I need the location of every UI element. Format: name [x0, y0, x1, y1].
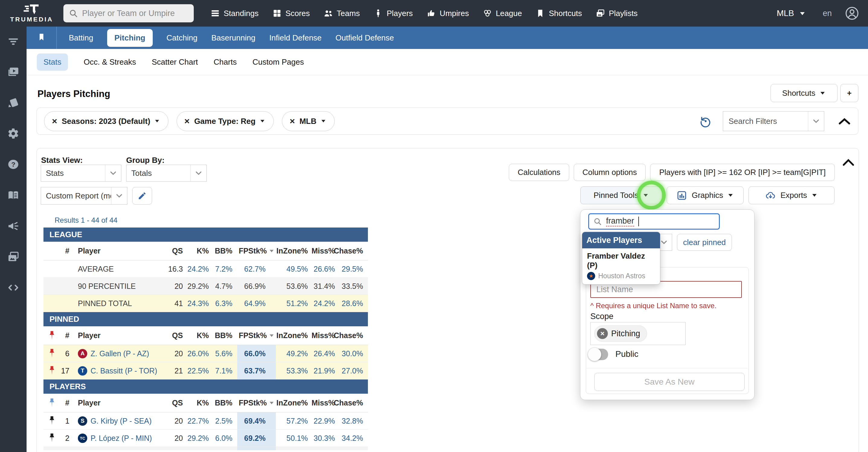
- video-playlist-icon[interactable]: [7, 66, 19, 78]
- stat-cell-k[interactable]: 22.5%: [188, 362, 214, 379]
- save-as-new-button[interactable]: Save As New: [594, 373, 745, 391]
- media-gallery-icon[interactable]: [7, 251, 19, 263]
- scope-chip-pitching[interactable]: × Pitching: [594, 326, 647, 342]
- column-header-bb[interactable]: BB%: [214, 394, 237, 412]
- column-header-chase[interactable]: Chase%: [340, 394, 368, 412]
- column-header-pin[interactable]: [43, 394, 60, 412]
- player-link[interactable]: SG. Kirby (P - SEA): [74, 413, 161, 429]
- topnav-item-umpires[interactable]: Umpires: [427, 9, 469, 18]
- topnav-item-shortcuts[interactable]: Shortcuts: [536, 9, 582, 18]
- row-filter-expression-button[interactable]: Players with [IP] >= 162 OR [IP] >= team…: [650, 164, 835, 181]
- column-header-num[interactable]: #: [60, 242, 74, 260]
- stat-cell-bb[interactable]: 6.3%: [214, 295, 237, 312]
- stat-cell-qs[interactable]: 20: [161, 413, 188, 429]
- pinned-search-box[interactable]: framber: [588, 213, 720, 230]
- stat-cell-miss[interactable]: 30.3%: [313, 430, 340, 447]
- player-name[interactable]: P. López (P - MIN): [91, 434, 152, 443]
- stat-cell-k[interactable]: 24.3%: [188, 295, 214, 312]
- cards-icon[interactable]: [7, 97, 19, 109]
- league-selector[interactable]: MLB: [777, 8, 805, 18]
- remove-filter-icon[interactable]: ×: [52, 117, 57, 126]
- pin-icon[interactable]: [43, 430, 60, 447]
- stat-cell-fpstk[interactable]: 66.0%: [237, 345, 276, 362]
- stat-cell-chase[interactable]: 29.5%: [340, 260, 368, 277]
- stat-cell-fpstk[interactable]: 64.9%: [237, 295, 276, 312]
- player-name[interactable]: G. Kirby (P - SEA): [91, 417, 152, 425]
- column-header-num[interactable]: #: [60, 394, 74, 412]
- docs-book-icon[interactable]: [7, 189, 19, 201]
- column-header-bb[interactable]: BB%: [214, 326, 237, 345]
- clear-pinned-button[interactable]: clear pinned: [677, 234, 732, 251]
- stat-cell-bb[interactable]: 7.2%: [214, 260, 237, 277]
- column-header-player[interactable]: Player: [74, 242, 161, 260]
- subtab-occ-streaks[interactable]: Occ. & Streaks: [84, 57, 136, 67]
- suggestion-item[interactable]: Framber Valdez (P) ★ Houston Astros: [582, 248, 660, 284]
- stat-cell-k[interactable]: 26.0%: [188, 345, 214, 362]
- collapse-filters-icon[interactable]: [838, 117, 851, 126]
- tab-batting[interactable]: Batting: [69, 29, 93, 47]
- tab-catching[interactable]: Catching: [166, 29, 198, 47]
- stats-view-select[interactable]: Stats: [41, 165, 121, 181]
- player-link[interactable]: TC. Bassitt (P - TOR): [74, 362, 161, 379]
- topnav-item-scores[interactable]: Scores: [273, 9, 310, 18]
- stat-cell-qs[interactable]: 20: [161, 345, 188, 362]
- stat-cell-chase[interactable]: 32.8%: [340, 413, 368, 429]
- topnav-item-league[interactable]: League: [483, 9, 522, 18]
- stat-cell-chase[interactable]: 34.2%: [340, 430, 368, 447]
- subtab-custom-pages[interactable]: Custom Pages: [252, 57, 304, 67]
- stat-cell-fpstk[interactable]: 69.4%: [237, 413, 276, 429]
- player-link[interactable]: AZ. Gallen (P - AZ): [74, 345, 161, 362]
- stat-cell-qs[interactable]: 20: [161, 430, 188, 447]
- public-toggle[interactable]: [589, 349, 608, 360]
- stat-cell-k[interactable]: 24.2%: [188, 260, 214, 277]
- bookmark-icon[interactable]: [37, 33, 45, 43]
- shortcuts-button[interactable]: Shortcuts: [771, 84, 838, 102]
- suggestion-group-header[interactable]: Active Players: [582, 232, 660, 248]
- stat-cell-inzone[interactable]: 57.2%: [276, 413, 313, 429]
- search-filters-input[interactable]: [728, 116, 804, 126]
- locale-label[interactable]: en: [823, 9, 832, 18]
- column-header-k[interactable]: K%: [188, 394, 214, 412]
- history-icon[interactable]: [699, 115, 712, 128]
- stat-cell-miss[interactable]: 22.9%: [313, 413, 340, 429]
- tab-pitching[interactable]: Pitching: [107, 29, 153, 47]
- column-header-num[interactable]: #: [60, 326, 74, 345]
- list-name-input[interactable]: [596, 285, 736, 294]
- stat-cell-inzone[interactable]: 51.2%: [276, 295, 313, 312]
- stat-cell-miss[interactable]: 24.2%: [313, 295, 340, 312]
- graphics-button[interactable]: Graphics: [667, 187, 744, 204]
- column-header-fpstk[interactable]: FPStk%: [237, 394, 276, 412]
- column-header-k[interactable]: K%: [188, 242, 214, 260]
- exports-button[interactable]: Exports: [748, 187, 835, 204]
- column-header-chase[interactable]: Chase%: [340, 326, 368, 345]
- results-count[interactable]: Results 1 - 44 of 44: [55, 216, 117, 225]
- help-icon[interactable]: ?: [7, 158, 19, 170]
- stat-cell-inzone[interactable]: 53.3%: [276, 362, 313, 379]
- tab-baserunning[interactable]: Baserunning: [211, 29, 255, 47]
- pin-icon[interactable]: [43, 413, 60, 429]
- stat-cell-k[interactable]: 22.7%: [188, 413, 214, 429]
- column-header-inzone[interactable]: InZone%: [276, 242, 313, 260]
- subtab-scatter-chart[interactable]: Scatter Chart: [152, 57, 198, 67]
- topnav-item-playlists[interactable]: Playlists: [596, 9, 638, 18]
- pin-icon[interactable]: [43, 345, 60, 362]
- player-link[interactable]: TCP. López (P - MIN): [74, 430, 161, 447]
- stat-cell-k[interactable]: 29.2%: [188, 430, 214, 447]
- global-search[interactable]: [63, 4, 194, 22]
- player-name[interactable]: C. Bassitt (P - TOR): [91, 367, 157, 375]
- stat-cell-qs[interactable]: 41: [161, 295, 188, 312]
- search-filters-select[interactable]: [723, 111, 824, 131]
- topnav-item-players[interactable]: Players: [374, 9, 413, 18]
- stat-cell-inzone[interactable]: 50.1%: [276, 430, 313, 447]
- tab-infield-defense[interactable]: Infield Defense: [269, 29, 321, 47]
- tab-outfield-defense[interactable]: Outfield Defense: [336, 29, 394, 47]
- column-header-chase[interactable]: Chase%: [340, 242, 368, 260]
- remove-filter-icon[interactable]: ×: [184, 117, 190, 126]
- stat-cell-bb[interactable]: 6.0%: [214, 430, 237, 447]
- subtab-charts[interactable]: Charts: [214, 57, 237, 67]
- stat-cell-inzone[interactable]: 49.2%: [276, 345, 313, 362]
- code-icon[interactable]: [7, 282, 19, 294]
- announcements-megaphone-icon[interactable]: [7, 220, 19, 232]
- stat-cell-qs[interactable]: 16.3: [161, 260, 188, 277]
- player-name[interactable]: Z. Gallen (P - AZ): [91, 349, 149, 358]
